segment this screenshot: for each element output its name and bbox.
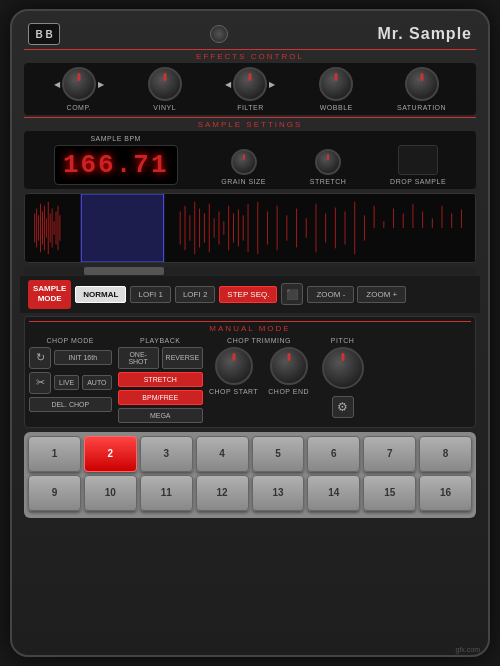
pad-12[interactable]: 12 — [196, 475, 249, 511]
stretch-group: STRETCH — [310, 149, 347, 185]
manual-mode-row: CHOP MODE ↻ INIT 16th ✂ LIVE AUTO DEL. C… — [29, 337, 471, 423]
drop-group: DROP SAMPLE — [390, 145, 446, 185]
chop-end-group: CHOP END — [268, 347, 309, 395]
filter-knob-area: ◀ ▶ — [225, 67, 275, 101]
bpm-label: SAMPLE BPM — [90, 135, 141, 142]
filter-arrow-right[interactable]: ▶ — [269, 80, 275, 89]
playback-col: PLAYBACK ONE-SHOT REVERSE STRETCH BPM/FR… — [118, 337, 203, 423]
scroll-thumb[interactable] — [84, 267, 164, 275]
drop-label: DROP SAMPLE — [390, 178, 446, 185]
grain-group: GRAIN SIZE — [221, 149, 266, 185]
waveform-scrollbar[interactable] — [24, 267, 476, 275]
comp-arrow-right[interactable]: ▶ — [98, 80, 104, 89]
pad-13[interactable]: 13 — [252, 475, 305, 511]
vinyl-group: VINYL — [148, 67, 182, 111]
pad-3[interactable]: 3 — [140, 436, 193, 472]
live-auto-btns: LIVE AUTO — [54, 375, 112, 390]
chop-icons-row: ↻ INIT 16th — [29, 347, 112, 369]
grain-knob[interactable] — [231, 149, 257, 175]
manual-mode-section: MANUAL MODE CHOP MODE ↻ INIT 16th ✂ LIVE… — [24, 316, 476, 428]
bpm-free-btn[interactable]: BPM/FREE — [118, 390, 203, 405]
mode-lofi2-btn[interactable]: LOFI 2 — [175, 286, 215, 303]
mode-stepseq-btn[interactable]: STEP SEQ. — [219, 286, 277, 303]
wobble-group: WOBBLE — [319, 67, 353, 111]
header: B B Mr. Sample — [20, 19, 480, 47]
settings-label: SAMPLE SETTINGS — [24, 117, 476, 129]
pad-row-1: 1 2 3 4 5 6 7 8 — [28, 436, 472, 472]
pb-row4: MEGA — [118, 408, 203, 423]
manual-mode-label: MANUAL MODE — [29, 321, 471, 333]
init-16th-btn[interactable]: INIT 16th — [54, 350, 112, 365]
pitch-knob-group — [322, 347, 364, 389]
watermark: gfx.com — [455, 646, 480, 653]
drop-sample-area[interactable] — [398, 145, 438, 175]
pb-row3: BPM/FREE — [118, 390, 203, 405]
chop-mode-col: CHOP MODE ↻ INIT 16th ✂ LIVE AUTO DEL. C… — [29, 337, 112, 412]
mode-row: SAMPLE MODE NORMAL LOFI 1 LOFI 2 STEP SE… — [20, 276, 480, 313]
zoom-plus-btn[interactable]: ZOOM + — [357, 286, 406, 303]
saturation-knob[interactable] — [405, 67, 439, 101]
chop-live-row: ✂ LIVE AUTO — [29, 372, 112, 394]
sample-mode-label: SAMPLE MODE — [28, 280, 71, 309]
pb-row2: STRETCH — [118, 372, 203, 387]
pad-2[interactable]: 2 — [84, 436, 137, 472]
saturation-group: SATURATION — [397, 67, 446, 111]
brand-logo: B B — [28, 23, 60, 45]
live-btn[interactable]: LIVE — [54, 375, 79, 390]
chop-rotate-icon[interactable]: ↻ — [29, 347, 51, 369]
pad-4[interactable]: 4 — [196, 436, 249, 472]
settings-row: SAMPLE BPM 166.71 GRAIN SIZE STRETCH DRO… — [24, 131, 476, 189]
stretch-btn[interactable]: STRETCH — [118, 372, 203, 387]
stretch-label: STRETCH — [310, 178, 347, 185]
stretch-knob[interactable] — [315, 149, 341, 175]
playback-header: PLAYBACK — [118, 337, 203, 344]
grain-label: GRAIN SIZE — [221, 178, 266, 185]
pad-11[interactable]: 11 — [140, 475, 193, 511]
pad-16[interactable]: 16 — [419, 475, 472, 511]
power-button[interactable] — [210, 25, 228, 43]
chop-edit-icon[interactable]: ✂ — [29, 372, 51, 394]
chop-end-label: CHOP END — [268, 388, 309, 395]
chop-mode-header: CHOP MODE — [29, 337, 112, 344]
pad-7[interactable]: 7 — [363, 436, 416, 472]
settings-gear-btn[interactable]: ⚙ — [332, 396, 354, 418]
pad-1[interactable]: 1 — [28, 436, 81, 472]
mega-btn[interactable]: MEGA — [118, 408, 203, 423]
filter-knob[interactable] — [233, 67, 267, 101]
pitch-knob[interactable] — [322, 347, 364, 389]
pitch-header: PITCH — [331, 337, 355, 344]
vinyl-knob[interactable] — [148, 67, 182, 101]
mode-normal-btn[interactable]: NORMAL — [75, 286, 126, 303]
filter-label: FILTER — [237, 104, 264, 111]
zoom-minus-btn[interactable]: ZOOM - — [307, 286, 354, 303]
comp-group: ◀ ▶ COMP. — [54, 67, 104, 111]
auto-btn[interactable]: AUTO — [82, 375, 111, 390]
reverse-btn[interactable]: REVERSE — [162, 347, 203, 369]
pad-9[interactable]: 9 — [28, 475, 81, 511]
chop-start-group: CHOP START — [209, 347, 258, 395]
comp-arrow-left[interactable]: ◀ — [54, 80, 60, 89]
pad-10[interactable]: 10 — [84, 475, 137, 511]
mode-lofi1-btn[interactable]: LOFI 1 — [130, 286, 170, 303]
wobble-knob[interactable] — [319, 67, 353, 101]
pad-6[interactable]: 6 — [307, 436, 360, 472]
pitch-col: PITCH ⚙ — [315, 337, 370, 418]
filter-arrow-left[interactable]: ◀ — [225, 80, 231, 89]
pad-row-2: 9 10 11 12 13 14 15 16 — [28, 475, 472, 511]
chop-end-knob[interactable] — [270, 347, 308, 385]
chop-start-knob[interactable] — [215, 347, 253, 385]
del-chop-btn[interactable]: DEL. CHOP — [29, 397, 112, 412]
pad-5[interactable]: 5 — [252, 436, 305, 472]
pad-8[interactable]: 8 — [419, 436, 472, 472]
comp-knob[interactable] — [62, 67, 96, 101]
bpm-group: SAMPLE BPM 166.71 — [54, 135, 178, 185]
record-icon-btn[interactable]: ⬛ — [281, 283, 303, 305]
gear-row: ⚙ — [332, 396, 354, 418]
vinyl-label: VINYL — [153, 104, 176, 111]
waveform-display[interactable] — [24, 193, 476, 263]
one-shot-btn[interactable]: ONE-SHOT — [118, 347, 159, 369]
pad-14[interactable]: 14 — [307, 475, 360, 511]
trimming-col: CHOP TRIMMING CHOP START CHOP END — [209, 337, 309, 395]
bpm-display[interactable]: 166.71 — [54, 145, 178, 185]
pad-15[interactable]: 15 — [363, 475, 416, 511]
